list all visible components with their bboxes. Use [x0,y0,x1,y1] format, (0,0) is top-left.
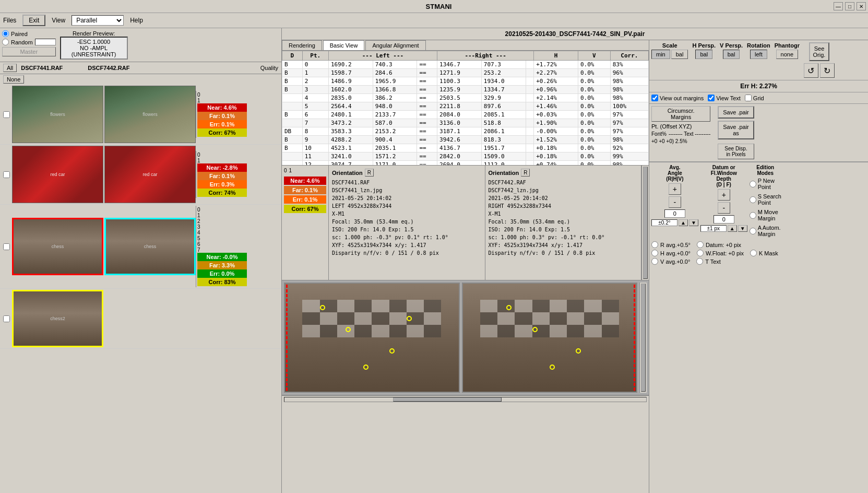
table-row[interactable]: 4 2835.0 386.2 == 2503.5 329.9 +2.14% 0.… [282,94,649,102]
tab-basic-view[interactable]: Basic View [323,40,365,50]
near-bar-3: Near: -0.0% [197,253,247,261]
tab-rendering[interactable]: Rendering [282,40,322,50]
random-radio[interactable] [2,39,9,45]
right-thumb-3-active[interactable]: chess [104,218,196,275]
cell-rx: 2842.0 [437,152,482,161]
rotation-left-button[interactable]: left [750,50,767,59]
k-mask-radio[interactable] [750,250,757,256]
see-orig-button[interactable]: SeeOrig. [809,42,830,61]
cell-v: 0.0% [578,111,610,119]
hpersp-bal-button[interactable]: bal [695,50,712,59]
datum-plus-button[interactable]: + [718,189,730,201]
avg-plus-button[interactable]: + [669,183,681,195]
h-scroll-thumb[interactable] [393,397,502,402]
circum-margins-button[interactable]: Circumscr.Margins [651,106,710,122]
minimize-button[interactable]: — [834,2,843,10]
maximize-button[interactable]: □ [845,2,854,10]
v-avg-radio[interactable] [651,258,658,265]
paired-radio[interactable] [2,30,9,37]
datum-step-up[interactable]: ▲ [728,225,737,232]
view-text-checkbox[interactable] [708,95,715,101]
near-bar-1[interactable]: Near: 4.6% [197,103,247,112]
view-margins-checkbox[interactable] [651,95,658,101]
datum-zero-input[interactable] [714,215,734,224]
cell-rx: 3187.1 [437,127,482,136]
cell-d [282,161,303,166]
left-orient-R-button[interactable]: R [365,169,374,177]
datum-minus-button[interactable]: - [718,202,730,214]
row3-checkbox[interactable] [3,243,10,250]
table-row[interactable]: B 1 1598.7 284.6 == 1271.9 253.2 +2.27% … [282,69,649,77]
avg-zero-input[interactable] [664,209,685,218]
table-row[interactable]: DB 8 3583.3 2153.2 == 3187.1 2086.1 -0.0… [282,127,649,136]
scale-min-button[interactable]: min [651,50,670,59]
left-thumb-3-active[interactable]: chess [12,218,103,275]
wfloat-radio[interactable] [697,250,704,256]
window-title: STMANI [44,3,834,10]
datum-step-input[interactable] [700,225,727,232]
exit-button[interactable]: Exit [22,15,45,26]
table-row[interactable]: 5 2564.4 948.0 == 2211.8 897.6 +1.46% 0.… [282,102,649,111]
avg-step-up[interactable]: ▲ [679,219,688,226]
table-row[interactable]: 11 3241.0 1571.2 == 2842.0 1509.0 +0.18%… [282,152,649,161]
center-content: Rendering Basic View Angular Alignment D… [282,40,868,493]
bottom-v-scrollbar[interactable] [639,283,647,393]
datum-step-down[interactable]: ▼ [738,225,747,232]
vpersp-bal-button[interactable]: bal [723,50,740,59]
table-row[interactable]: 7 3473.2 587.0 == 3136.0 518.8 +1.90% 0.… [282,119,649,127]
cell-rx: 1100.3 [437,77,482,86]
avg-minus-button[interactable]: - [669,196,681,208]
avg-step-input[interactable] [651,219,677,226]
table-row[interactable]: B 10 4523.1 2035.1 == 4136.7 1951.7 +0.1… [282,144,649,152]
help-menu[interactable]: Help [130,17,143,24]
random-input[interactable] [35,39,56,45]
view-select[interactable]: Parallel Crosseyed Anaglyph [72,15,124,26]
row4-checkbox[interactable] [3,315,10,322]
rotation-cw-button[interactable]: ↻ [820,63,835,78]
phantogr-none-button[interactable]: none [776,50,798,59]
close-button[interactable]: ✕ [857,2,866,10]
see-disp-button[interactable]: See Disp.in Pixels [718,144,754,159]
table-row[interactable]: 12 3074.7 1171.0 == 2694.0 1112.0 +0.74%… [282,161,649,166]
scale-bal-button[interactable]: bal [671,50,688,59]
avg-step-down[interactable]: ▼ [689,219,698,226]
cell-v: 0.0% [578,94,610,102]
all-button[interactable]: All [3,64,17,72]
a-autom-radio[interactable] [750,228,756,234]
table-row[interactable]: B 3 1602.0 1366.8 == 1235.9 1334.7 +0.96… [282,86,649,94]
files-menu[interactable]: Files [3,17,16,24]
s-search-point-radio[interactable] [750,196,756,203]
table-row[interactable]: B 9 4288.2 900.4 == 3942.6 818.3 +1.52% … [282,136,649,144]
right-area: 20210525-201430_DSCF7441-7442_SIN_PV.pai… [282,28,868,493]
v-scrollbar[interactable] [641,166,649,280]
master-button[interactable]: Master [2,47,56,56]
grid-label: Grid [753,95,764,101]
m-move-margin-radio[interactable] [750,212,756,219]
row2-checkbox[interactable] [3,171,10,178]
left-chess-image[interactable] [284,283,460,393]
h-avg-radio[interactable] [651,250,658,256]
table-row[interactable]: B 2 1486.9 1965.9 == 1100.3 1934.0 +0.26… [282,77,649,86]
p-new-point-radio[interactable] [750,181,756,187]
right-side: RIGHT 4952x3288x7344 [489,202,638,210]
datum-radio[interactable] [697,241,704,248]
table-row[interactable]: B 6 2480.1 2133.7 == 2084.0 2085.1 +0.03… [282,111,649,119]
cell-pt: 8 [302,127,328,136]
tab-angular-alignment[interactable]: Angular Alignment [365,40,425,50]
cell-rx: 2503.5 [437,94,482,102]
row1-checkbox[interactable] [3,111,10,118]
h-scrollbar[interactable] [282,395,649,403]
table-row[interactable]: B 0 1690.2 740.3 == 1346.7 707.3 +1.72% … [282,61,649,69]
right-chess-image[interactable] [462,283,638,393]
grid-checkbox[interactable] [745,95,752,101]
t-text-radio[interactable] [696,258,703,265]
rotation-arrow-button[interactable]: ↺ [804,63,818,78]
bottom-v-scroll-thumb[interactable] [641,284,646,392]
right-orientation-panel: Orientation R DSCF7442.RAF DSCF7442_lzn.… [485,166,642,280]
save-pair-as-button[interactable]: Save .pairas [718,121,754,139]
right-orient-R-button[interactable]: R [521,169,530,177]
none-button[interactable]: None [3,75,24,84]
r-avg-radio[interactable] [651,241,658,248]
v-scroll-thumb[interactable] [643,167,648,279]
save-pair-button[interactable]: Save .pair [718,106,754,119]
